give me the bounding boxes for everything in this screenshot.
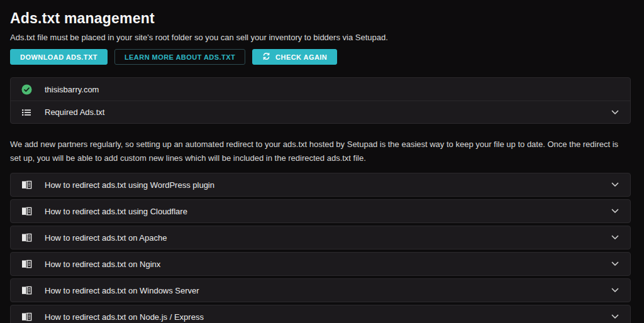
open-book-icon xyxy=(21,180,32,190)
guide-label: How to redirect ads.txt using Cloudflare xyxy=(45,207,611,216)
guide-row-wordpress[interactable]: How to redirect ads.txt using WordPress … xyxy=(10,173,631,197)
required-adstxt-label: Required Ads.txt xyxy=(45,107,611,117)
guide-row-apache[interactable]: How to redirect ads.txt on Apache xyxy=(10,226,631,249)
guide-row-cloudflare[interactable]: How to redirect ads.txt using Cloudflare xyxy=(10,199,631,223)
redirect-description: We add new partners regularly, so settin… xyxy=(10,138,631,165)
guide-label: How to redirect ads.txt on Apache xyxy=(45,233,611,243)
learn-more-button[interactable]: LEARN MORE ABOUT ADS.TXT xyxy=(114,49,245,65)
chevron-down-icon xyxy=(611,209,619,214)
chevron-down-icon xyxy=(611,235,619,240)
guide-label: How to redirect ads.txt on Nginx xyxy=(45,260,611,269)
page-subtitle: Ads.txt file must be placed in your site… xyxy=(10,32,631,43)
check-circle-icon xyxy=(21,84,32,95)
open-book-icon xyxy=(21,286,32,295)
guide-row-nginx[interactable]: How to redirect ads.txt on Nginx xyxy=(10,252,631,276)
open-book-icon xyxy=(21,233,32,243)
guide-list: How to redirect ads.txt using WordPress … xyxy=(10,173,631,323)
guide-row-nodejs-express[interactable]: How to redirect ads.txt on Node.js / Exp… xyxy=(10,305,631,323)
chevron-down-icon xyxy=(611,110,619,115)
open-book-icon xyxy=(21,260,32,269)
chevron-down-icon xyxy=(611,288,619,293)
required-adstxt-row[interactable]: Required Ads.txt xyxy=(11,101,630,123)
guide-label: How to redirect ads.txt on Node.js / Exp… xyxy=(45,312,611,322)
check-again-button[interactable]: CHECK AGAIN xyxy=(252,49,337,65)
chevron-down-icon xyxy=(611,314,619,319)
chevron-down-icon xyxy=(611,182,619,187)
refresh-icon xyxy=(262,52,270,62)
domain-label: thisisbarry.com xyxy=(45,85,620,94)
chevron-down-icon xyxy=(611,261,619,266)
guide-label: How to redirect ads.txt on Windows Serve… xyxy=(45,286,611,295)
download-adstxt-button[interactable]: DOWNLOAD ADS.TXT xyxy=(10,49,108,65)
guide-row-windows-server[interactable]: How to redirect ads.txt on Windows Serve… xyxy=(10,278,631,302)
domain-row: thisisbarry.com xyxy=(11,78,630,101)
list-icon xyxy=(21,107,32,118)
check-again-label: CHECK AGAIN xyxy=(275,53,327,61)
guide-label: How to redirect ads.txt using WordPress … xyxy=(45,180,611,190)
status-panel: thisisbarry.com Required Ads.txt xyxy=(10,77,631,124)
open-book-icon xyxy=(21,207,32,216)
toolbar: DOWNLOAD ADS.TXT LEARN MORE ABOUT ADS.TX… xyxy=(10,49,631,65)
open-book-icon xyxy=(21,312,32,322)
ads-txt-management-page: Ads.txt management Ads.txt file must be … xyxy=(10,9,631,323)
page-title: Ads.txt management xyxy=(10,9,631,28)
